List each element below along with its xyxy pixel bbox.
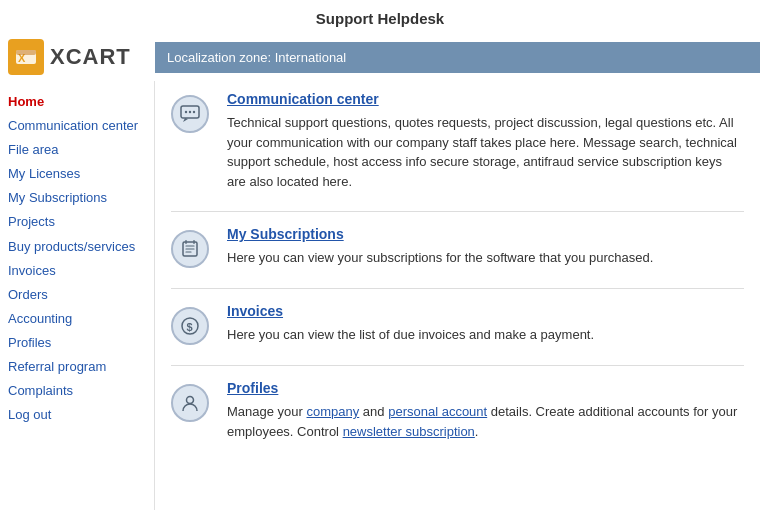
divider-3: [171, 365, 744, 366]
sidebar-item-logout[interactable]: Log out: [8, 404, 146, 426]
subscriptions-icon-circle: [171, 230, 209, 268]
communication-center-desc: Technical support questions, quotes requ…: [227, 113, 744, 191]
logo-text: XCART: [50, 44, 131, 70]
sidebar: Home Communication center File area My L…: [0, 81, 155, 510]
section-my-subscriptions: My Subscriptions Here you can view your …: [171, 226, 744, 268]
section-body-subscriptions: My Subscriptions Here you can view your …: [227, 226, 744, 268]
invoices-desc: Here you can view the list of due invoic…: [227, 325, 744, 345]
sidebar-item-buy-products[interactable]: Buy products/services: [8, 236, 146, 258]
section-body-communication: Communication center Technical support q…: [227, 91, 744, 191]
communication-center-title[interactable]: Communication center: [227, 91, 379, 107]
sidebar-item-profiles[interactable]: Profiles: [8, 332, 146, 354]
svg-point-4: [185, 111, 187, 113]
sidebar-item-my-licenses[interactable]: My Licenses: [8, 163, 146, 185]
svg-rect-2: [16, 50, 36, 55]
sidebar-item-communication-center[interactable]: Communication center: [8, 115, 146, 137]
company-link[interactable]: company: [307, 404, 360, 419]
main-layout: Home Communication center File area My L…: [0, 81, 760, 510]
person-icon-circle: [171, 384, 209, 422]
my-subscriptions-title[interactable]: My Subscriptions: [227, 226, 344, 242]
section-invoices: $ Invoices Here you can view the list of…: [171, 303, 744, 345]
divider-2: [171, 288, 744, 289]
section-profiles: Profiles Manage your company and persona…: [171, 380, 744, 441]
dollar-icon-circle: $: [171, 307, 209, 345]
content-area: Communication center Technical support q…: [155, 81, 760, 510]
section-icon-communication: [171, 91, 217, 191]
logo-icon: X: [8, 39, 44, 75]
sidebar-item-home[interactable]: Home: [8, 91, 146, 113]
sidebar-item-file-area[interactable]: File area: [8, 139, 146, 161]
sidebar-item-projects[interactable]: Projects: [8, 211, 146, 233]
invoices-title[interactable]: Invoices: [227, 303, 283, 319]
profiles-desc: Manage your company and personal account…: [227, 402, 744, 441]
divider-1: [171, 211, 744, 212]
sidebar-item-accounting[interactable]: Accounting: [8, 308, 146, 330]
sidebar-item-orders[interactable]: Orders: [8, 284, 146, 306]
section-body-invoices: Invoices Here you can view the list of d…: [227, 303, 744, 345]
section-communication-center: Communication center Technical support q…: [171, 91, 744, 191]
svg-point-5: [189, 111, 191, 113]
section-icon-invoices: $: [171, 303, 217, 345]
top-bar: X XCART Localization zone: International: [0, 33, 760, 81]
section-body-profiles: Profiles Manage your company and persona…: [227, 380, 744, 441]
sidebar-item-my-subscriptions[interactable]: My Subscriptions: [8, 187, 146, 209]
page-title: Support Helpdesk: [0, 0, 760, 33]
sidebar-item-referral[interactable]: Referral program: [8, 356, 146, 378]
section-icon-subscriptions: [171, 226, 217, 268]
svg-point-6: [193, 111, 195, 113]
svg-text:$: $: [187, 321, 193, 333]
profiles-title[interactable]: Profiles: [227, 380, 278, 396]
localization-bar: Localization zone: International: [155, 42, 760, 73]
chat-icon-circle: [171, 95, 209, 133]
sidebar-item-complaints[interactable]: Complaints: [8, 380, 146, 402]
personal-account-link[interactable]: personal account: [388, 404, 487, 419]
my-subscriptions-desc: Here you can view your subscriptions for…: [227, 248, 744, 268]
sidebar-item-invoices[interactable]: Invoices: [8, 260, 146, 282]
svg-point-10: [187, 397, 194, 404]
newsletter-subscription-link[interactable]: newsletter subscription: [343, 424, 475, 439]
section-icon-profiles: [171, 380, 217, 441]
logo-area: X XCART: [0, 33, 155, 81]
